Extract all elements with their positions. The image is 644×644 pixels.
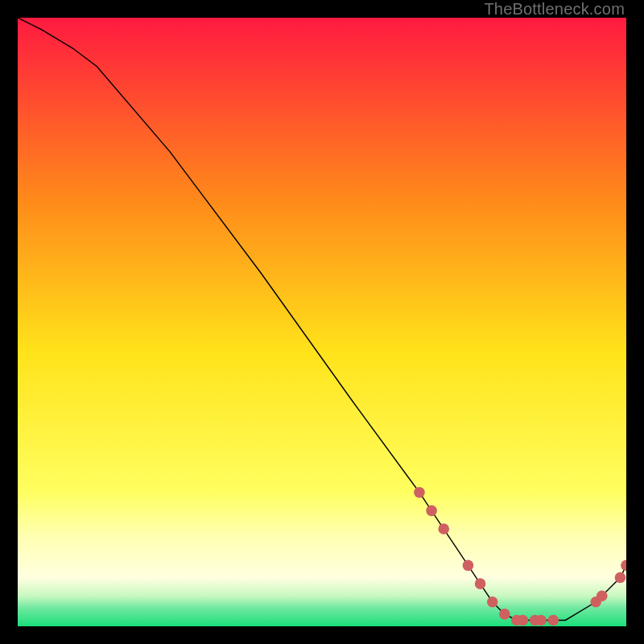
- data-point: [475, 578, 486, 589]
- data-point: [463, 560, 474, 572]
- chart-stage: TheBottleneck.com: [0, 0, 644, 644]
- data-point: [414, 487, 425, 498]
- data-point: [518, 615, 529, 626]
- plot-area: [18, 18, 626, 626]
- data-point: [597, 590, 608, 601]
- data-point: [426, 506, 437, 517]
- data-point: [615, 572, 626, 584]
- curve-markers: [414, 487, 626, 625]
- data-point: [487, 597, 498, 608]
- data-point: [547, 615, 559, 626]
- data-point: [535, 615, 547, 626]
- bottleneck-curve: [18, 18, 626, 626]
- curve-line: [18, 18, 626, 620]
- data-point: [621, 560, 626, 572]
- data-point: [499, 609, 510, 620]
- watermark-label: TheBottleneck.com: [484, 0, 625, 19]
- data-point: [438, 523, 449, 535]
